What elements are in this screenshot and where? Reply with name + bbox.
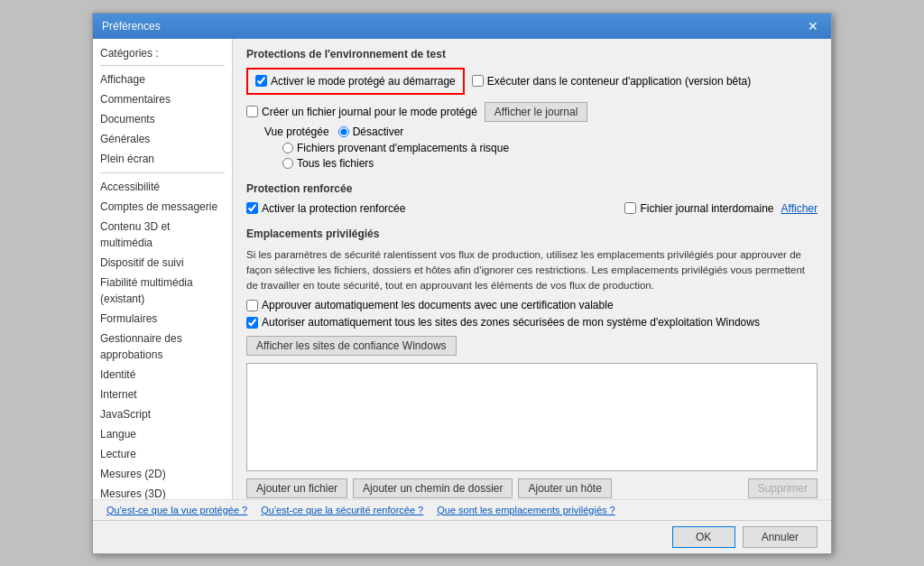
activer-protection-checkbox[interactable]: Activer la protection renforcée bbox=[246, 202, 405, 215]
env-section-title: Protections de l'environnement de test bbox=[246, 48, 818, 63]
sidebar-item-lecture[interactable]: Lecture bbox=[93, 444, 232, 464]
autoriser-zones-input[interactable] bbox=[246, 317, 258, 329]
protected-mode-box: Activer le mode protégé au démarrage bbox=[246, 68, 465, 95]
sidebar-item-documents[interactable]: Documents bbox=[93, 109, 232, 129]
sidebar-item-identite[interactable]: Identité bbox=[93, 365, 232, 385]
desactiver-label: Désactiver bbox=[353, 125, 404, 138]
create-journal-checkbox[interactable]: Créer un fichier journal pour le mode pr… bbox=[246, 106, 477, 118]
create-journal-label: Créer un fichier journal pour le mode pr… bbox=[262, 106, 477, 118]
trusted-sites-area bbox=[246, 363, 818, 471]
activer-protection-input[interactable] bbox=[246, 202, 258, 214]
tous-fichiers-radio[interactable]: Tous les fichiers bbox=[282, 157, 818, 170]
fichier-journal-interdomaine-checkbox[interactable]: Fichier journal interdomaine bbox=[624, 202, 773, 215]
radio-group-vert: Fichiers provenant d'emplacements à risq… bbox=[246, 142, 818, 170]
link-vue-protegee[interactable]: Qu'est-ce que la vue protégée ? bbox=[106, 505, 247, 515]
emplacements-title: Emplacements privilégiés bbox=[246, 227, 818, 243]
sidebar-item-dispositif-suivi[interactable]: Dispositif de suivi bbox=[93, 253, 232, 273]
desactiver-radio[interactable]: Désactiver bbox=[338, 125, 404, 138]
create-journal-input[interactable] bbox=[246, 106, 258, 117]
autoriser-zones-label: Autoriser automatiquement tous les sites… bbox=[262, 316, 760, 329]
afficher-link[interactable]: Afficher bbox=[781, 202, 818, 215]
approuver-auto-checkbox[interactable]: Approuver automatiquement les documents … bbox=[246, 299, 818, 311]
approuver-auto-input[interactable] bbox=[246, 300, 258, 311]
emplacements-section: Emplacements privilégiés Si les paramètr… bbox=[246, 227, 818, 499]
afficher-journal-button[interactable]: Afficher le journal bbox=[485, 102, 588, 122]
sidebar-item-fiabilite-multimedia[interactable]: Fiabilité multimédia (existant) bbox=[93, 273, 232, 309]
env-row1: Activer le mode protégé au démarrage Exé… bbox=[246, 68, 818, 122]
sidebar-item-mesures-3d[interactable]: Mesures (3D) bbox=[93, 484, 232, 499]
emplacements-description: Si les paramètres de sécurité ralentisse… bbox=[246, 247, 818, 294]
sidebar-item-accessibilite[interactable]: Accessibilité bbox=[93, 177, 232, 197]
approuver-auto-label: Approuver automatiquement les documents … bbox=[262, 299, 614, 311]
vue-protegee-label: Vue protégée bbox=[264, 125, 329, 138]
sidebar-label: Catégories : bbox=[93, 43, 232, 61]
dialog-footer: OK Annuler bbox=[93, 520, 831, 553]
ok-button[interactable]: OK bbox=[672, 526, 735, 548]
tous-fichiers-radio-input[interactable] bbox=[282, 158, 293, 169]
protection-renforcee-title: Protection renforcée bbox=[246, 182, 818, 198]
activate-protected-mode-input[interactable] bbox=[255, 75, 267, 87]
dialog-title: Préférences bbox=[102, 20, 161, 32]
sidebar-item-contenu-3d[interactable]: Contenu 3D et multimédia bbox=[93, 217, 232, 253]
sidebar-item-commentaires[interactable]: Commentaires bbox=[93, 89, 232, 109]
main-content: Protections de l'environnement de test A… bbox=[233, 39, 831, 499]
execute-container-label: Exécuter dans le conteneur d'application… bbox=[487, 75, 751, 88]
preferences-dialog: Préférences ✕ Catégories : Affichage Com… bbox=[92, 13, 832, 554]
activer-protection-label: Activer la protection renforcée bbox=[262, 202, 405, 215]
protection-renforcee-section: Protection renforcée Activer la protecti… bbox=[246, 182, 818, 218]
env-protection-section: Protections de l'environnement de test A… bbox=[246, 48, 818, 170]
ajouter-chemin-button[interactable]: Ajouter un chemin de dossier bbox=[353, 478, 513, 498]
sidebar-item-javascript[interactable]: JavaScript bbox=[93, 404, 232, 424]
link-securite-renforcee[interactable]: Qu'est-ce que la sécurité renforcée ? bbox=[261, 505, 423, 515]
afficher-sites-button[interactable]: Afficher les sites de confiance Windows bbox=[246, 336, 457, 356]
ajouter-hote-button[interactable]: Ajouter un hôte bbox=[518, 478, 611, 498]
protection-renforcee-row: Activer la protection renforcée Fichier … bbox=[246, 202, 818, 215]
sidebar-item-gestionnaire-approbations[interactable]: Gestionnaire des approbations bbox=[93, 329, 232, 365]
sidebar-item-formulaires[interactable]: Formulaires bbox=[93, 309, 232, 329]
execute-container-checkbox[interactable]: Exécuter dans le conteneur d'application… bbox=[472, 75, 751, 88]
sidebar-item-langue[interactable]: Langue bbox=[93, 424, 232, 444]
title-bar: Préférences ✕ bbox=[93, 14, 831, 39]
tous-fichiers-label: Tous les fichiers bbox=[297, 157, 374, 170]
sidebar-item-plein-ecran[interactable]: Plein écran bbox=[93, 149, 232, 169]
fichier-journal-interdomaine-label: Fichier journal interdomaine bbox=[640, 202, 773, 215]
sidebar-item-generales[interactable]: Générales bbox=[93, 129, 232, 149]
link-emplacements[interactable]: Que sont les emplacements privilégiés ? bbox=[437, 505, 614, 515]
activate-protected-mode-label: Activer le mode protégé au démarrage bbox=[271, 75, 456, 88]
fichiers-risque-radio-input[interactable] bbox=[282, 143, 293, 153]
autoriser-zones-row: Autoriser automatiquement tous les sites… bbox=[246, 316, 818, 356]
autoriser-zones-checkbox[interactable]: Autoriser automatiquement tous les sites… bbox=[246, 316, 760, 329]
vue-protegee-row: Vue protégée Désactiver bbox=[246, 125, 818, 138]
sidebar-item-comptes-messagerie[interactable]: Comptes de messagerie bbox=[93, 197, 232, 217]
bottom-buttons: Ajouter un fichier Ajouter un chemin de … bbox=[246, 478, 818, 498]
sidebar-item-affichage[interactable]: Affichage bbox=[93, 70, 232, 89]
annuler-button[interactable]: Annuler bbox=[743, 526, 818, 548]
supprimer-button[interactable]: Supprimer bbox=[748, 478, 818, 498]
sidebar: Catégories : Affichage Commentaires Docu… bbox=[93, 39, 233, 499]
sidebar-item-internet[interactable]: Internet bbox=[93, 385, 232, 404]
execute-container-input[interactable] bbox=[472, 75, 484, 87]
fichier-journal-interdomaine-input[interactable] bbox=[624, 202, 636, 214]
activate-protected-mode-checkbox[interactable]: Activer le mode protégé au démarrage bbox=[255, 75, 456, 88]
sidebar-item-mesures-2d[interactable]: Mesures (2D) bbox=[93, 464, 232, 484]
links-row: Qu'est-ce que la vue protégée ? Qu'est-c… bbox=[93, 499, 831, 520]
close-button[interactable]: ✕ bbox=[804, 19, 822, 33]
ajouter-fichier-button[interactable]: Ajouter un fichier bbox=[246, 478, 347, 498]
fichiers-risque-radio[interactable]: Fichiers provenant d'emplacements à risq… bbox=[282, 142, 818, 154]
desactiver-radio-input[interactable] bbox=[338, 126, 349, 137]
dialog-body: Catégories : Affichage Commentaires Docu… bbox=[93, 39, 831, 499]
fichiers-risque-label: Fichiers provenant d'emplacements à risq… bbox=[297, 142, 509, 154]
